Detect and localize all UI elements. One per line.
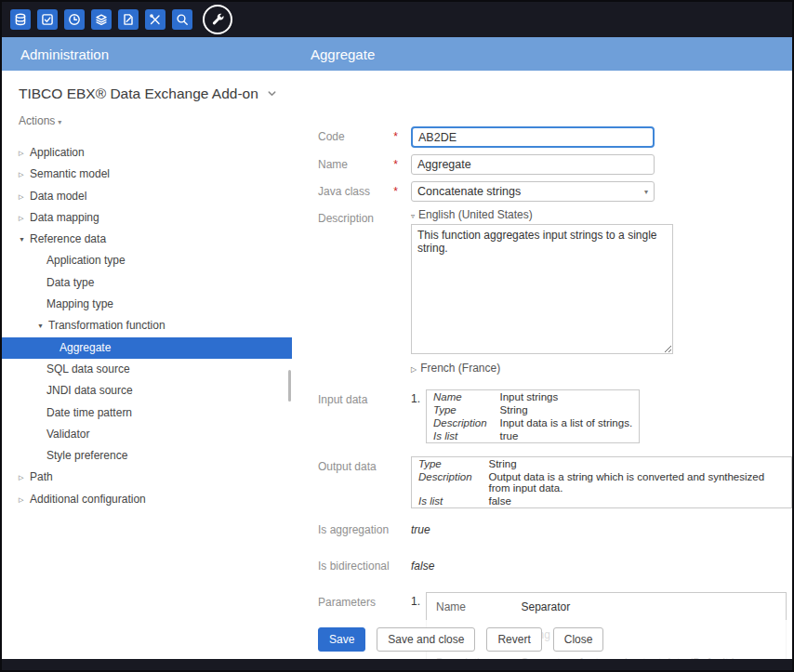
- sidebar-item-data-type[interactable]: Data type: [2, 272, 292, 294]
- expand-caret-icon[interactable]: ▼: [37, 315, 48, 336]
- sidebar-item-label: Aggregate: [60, 341, 111, 354]
- chevron-down-icon[interactable]: [267, 86, 277, 102]
- sidebar-item-label: SQL data source: [46, 362, 130, 376]
- close-button[interactable]: Close: [553, 627, 604, 652]
- expand-caret-icon: ▿: [411, 212, 415, 220]
- perspective-title: Administration: [2, 37, 292, 71]
- table-row: NameInput strings: [427, 390, 640, 404]
- collapse-caret-icon[interactable]: ▷: [19, 164, 30, 185]
- field-label: Output data: [318, 456, 411, 473]
- java-class-selected-value: Concatenate strings: [417, 185, 521, 198]
- form-action-bar: Save Save and close Revert Close: [292, 620, 792, 659]
- save-and-close-button[interactable]: Save and close: [377, 627, 475, 652]
- list-index: 1.: [411, 592, 426, 608]
- layers-icon[interactable]: [91, 9, 112, 30]
- sidebar-item-path[interactable]: ▷Path: [2, 467, 292, 488]
- dataset-title[interactable]: TIBCO EBX® Data Exchange Add-on: [2, 86, 292, 102]
- bottom-status-strip: [2, 659, 792, 670]
- sidebar-item-transformation-function[interactable]: ▼Transformation function: [2, 315, 292, 336]
- field-row-name: Name*: [318, 154, 792, 175]
- field-label: Is aggregation: [318, 520, 411, 536]
- collapse-caret-icon[interactable]: ▷: [19, 467, 30, 488]
- sidebar-item-date-time-pattern[interactable]: Date time pattern: [2, 402, 292, 424]
- required-asterisk: *: [393, 130, 398, 143]
- app-window: Administration Aggregate TIBCO EBX® Data…: [0, 0, 794, 672]
- field-row-java-class: Java class* Concatenate strings ▾: [318, 181, 792, 202]
- description-english-textarea[interactable]: This function aggregates input strings t…: [411, 224, 673, 354]
- top-toolbar: [2, 2, 792, 37]
- field-label: Parameters: [318, 592, 411, 609]
- checklist-icon[interactable]: [37, 9, 58, 30]
- collapse-caret-icon[interactable]: ▷: [19, 142, 30, 164]
- java-class-select[interactable]: Concatenate strings ▾: [411, 181, 655, 202]
- sidebar-item-label: Semantic model: [30, 167, 110, 180]
- dropdown-caret-icon: ▾: [644, 188, 648, 196]
- sidebar-item-data-mapping[interactable]: ▷Data mapping: [2, 207, 292, 229]
- sidebar-item-label: Additional configuration: [30, 493, 146, 506]
- tools-icon[interactable]: [145, 9, 165, 30]
- sidebar-scrollbar[interactable]: [288, 370, 291, 402]
- sidebar-item-label: Application: [30, 146, 85, 159]
- field-label: Java class*: [318, 181, 411, 198]
- sidebar-item-label: Mapping type: [46, 297, 113, 310]
- sidebar-item-label: Validator: [46, 428, 89, 441]
- sidebar-item-additional-configuration[interactable]: ▷Additional configuration: [2, 489, 292, 510]
- edit-document-icon[interactable]: [118, 9, 139, 30]
- english-locale-toggle[interactable]: ▿English (United States): [411, 208, 673, 221]
- navigation-sidebar: TIBCO EBX® Data Exchange Add-on Actions▾…: [2, 71, 292, 659]
- sidebar-item-label: Transformation function: [48, 319, 165, 332]
- collapse-caret-icon[interactable]: ▷: [19, 186, 30, 207]
- required-asterisk: *: [393, 158, 398, 171]
- field-label: Code*: [318, 126, 411, 143]
- list-index: 1.: [411, 389, 426, 405]
- sidebar-item-application[interactable]: ▷Application: [2, 142, 292, 164]
- sidebar-item-mapping-type[interactable]: Mapping type: [2, 294, 292, 315]
- required-asterisk: *: [393, 185, 398, 198]
- sidebar-item-label: Reference data: [30, 232, 106, 245]
- table-row: TypeString: [427, 403, 640, 416]
- sidebar-tree: ▷Application ▷Semantic model ▷Data model…: [2, 142, 292, 510]
- output-data-table: TypeString DescriptionOutput data is a s…: [411, 456, 792, 508]
- collapse-caret-icon[interactable]: ▷: [19, 207, 30, 229]
- revert-button[interactable]: Revert: [486, 627, 541, 652]
- table-row: Is listfalse: [412, 494, 792, 508]
- field-label: Description: [318, 208, 411, 225]
- table-row: TypeString: [412, 457, 792, 471]
- field-row-is-aggregation: Is aggregation true: [318, 520, 792, 536]
- collapse-caret-icon[interactable]: ▷: [19, 489, 30, 510]
- sidebar-item-label: JNDI data source: [46, 384, 133, 397]
- sidebar-item-aggregate[interactable]: Aggregate: [2, 337, 292, 359]
- save-button[interactable]: Save: [318, 627, 365, 652]
- sidebar-item-label: Style preference: [46, 449, 127, 462]
- sidebar-item-style-preference[interactable]: Style preference: [2, 445, 292, 467]
- table-row: Is listtrue: [427, 429, 640, 443]
- sidebar-item-reference-data[interactable]: ▼Reference data: [2, 229, 292, 250]
- actions-menu[interactable]: Actions▾: [19, 114, 275, 127]
- field-label: Input data: [318, 389, 411, 406]
- field-label: Is bidirectional: [318, 556, 411, 573]
- sidebar-item-jndi-data-source[interactable]: JNDI data source: [2, 380, 292, 402]
- sidebar-item-semantic-model[interactable]: ▷Semantic model: [2, 164, 292, 185]
- clock-icon[interactable]: [64, 9, 85, 30]
- collapse-caret-icon: ▷: [411, 365, 417, 374]
- table-row: NameSeparator: [427, 593, 787, 622]
- sidebar-item-application-type[interactable]: Application type: [2, 250, 292, 271]
- code-input[interactable]: [411, 126, 655, 148]
- sidebar-item-validator[interactable]: Validator: [2, 424, 292, 445]
- search-icon[interactable]: [172, 9, 192, 30]
- admin-wrench-icon[interactable]: [203, 5, 232, 34]
- field-row-description: Description ▿English (United States) Thi…: [318, 208, 792, 375]
- expand-caret-icon[interactable]: ▼: [19, 229, 30, 250]
- sidebar-item-sql-data-source[interactable]: SQL data source: [2, 359, 292, 380]
- page-title: Aggregate: [292, 37, 792, 71]
- input-data-table: NameInput strings TypeString Description…: [426, 389, 640, 443]
- dataset-title-label: TIBCO EBX® Data Exchange Add-on: [19, 86, 258, 102]
- section-header: Administration Aggregate: [2, 37, 792, 71]
- sidebar-item-label: Data model: [30, 190, 86, 203]
- french-locale-toggle[interactable]: ▷French (France): [411, 362, 673, 375]
- actions-label: Actions: [19, 114, 55, 127]
- name-input[interactable]: [411, 154, 655, 175]
- sidebar-item-label: Data type: [46, 276, 94, 289]
- sidebar-item-data-model[interactable]: ▷Data model: [2, 186, 292, 207]
- database-icon[interactable]: [10, 9, 31, 30]
